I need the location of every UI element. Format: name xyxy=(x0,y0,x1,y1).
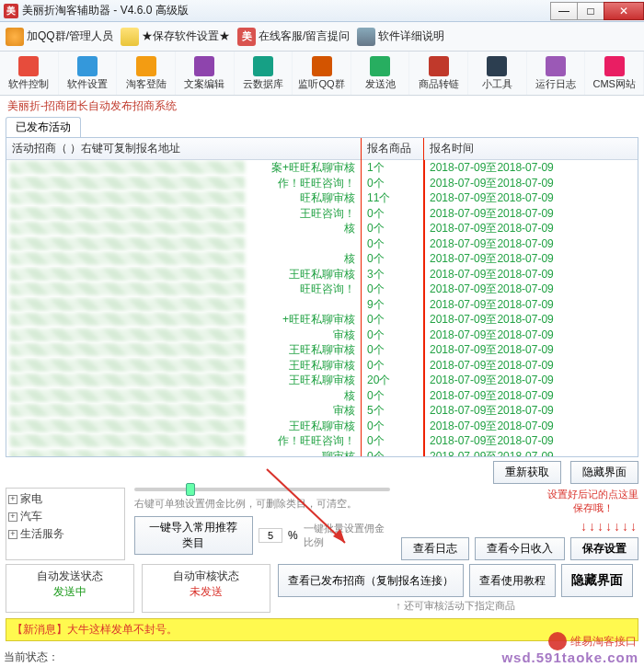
activity-cell[interactable]: +旺旺私聊审核 xyxy=(6,312,361,328)
count-cell: 0个 xyxy=(362,236,423,252)
count-cell: 0个 xyxy=(362,449,423,457)
auto-send-status: 自动发送状态 发送中 xyxy=(6,564,134,613)
tree-item: 生活服务 xyxy=(20,526,64,542)
nav-运行日志[interactable]: 运行日志 xyxy=(527,52,586,95)
nav-label: 云数据库 xyxy=(243,77,283,91)
refresh-button[interactable]: 重新获取 xyxy=(493,461,561,484)
nav-淘客登陆[interactable]: 淘客登陆 xyxy=(117,52,176,95)
nav-label: 发送池 xyxy=(365,77,396,91)
expand-icon[interactable]: + xyxy=(8,495,17,504)
count-cell: 0个 xyxy=(362,221,423,236)
activity-cell[interactable]: 核 xyxy=(6,251,361,267)
view-tutorial-button[interactable]: 查看使用教程 xyxy=(469,564,556,597)
nav-icon xyxy=(194,56,214,76)
import-categories-button[interactable]: 一键导入常用推荐类目 xyxy=(134,516,253,555)
time-cell: 2018-07-09至2018-07-09 xyxy=(424,221,638,236)
time-cell: 2018-07-09至2018-07-09 xyxy=(424,388,638,404)
activity-cell[interactable]: 审核 xyxy=(6,328,361,343)
time-cell: 2018-07-09至2018-07-09 xyxy=(424,297,638,313)
activity-cell[interactable]: 王旺咨询！ xyxy=(6,206,361,222)
nav-软件设置[interactable]: 软件设置 xyxy=(59,52,118,95)
folder-icon xyxy=(121,28,139,46)
nav-小工具[interactable]: 小工具 xyxy=(468,52,527,95)
view-published-button[interactable]: 查看已发布招商（复制报名连接） xyxy=(278,564,464,597)
book-icon xyxy=(357,28,375,46)
count-cell: 0个 xyxy=(362,206,423,222)
activity-cell[interactable]: 作！旺旺咨询！ xyxy=(6,433,361,449)
close-button[interactable]: ✕ xyxy=(604,2,644,20)
count-cell: 0个 xyxy=(362,251,423,267)
support-button[interactable]: 美在线客服/留言提问 xyxy=(237,28,350,46)
minimize-button[interactable]: — xyxy=(550,2,578,20)
count-cell: 20个 xyxy=(362,373,423,388)
count-cell: 0个 xyxy=(362,388,423,404)
mei-icon: 美 xyxy=(237,28,256,46)
time-cell: 2018-07-09至2018-07-09 xyxy=(424,176,638,191)
nav-label: 软件控制 xyxy=(8,77,49,91)
count-cell: 9个 xyxy=(362,297,423,313)
save-settings-button[interactable]: ★保存软件设置★ xyxy=(121,28,230,46)
activity-cell[interactable]: 聊审核 xyxy=(6,449,361,457)
nav-文案编辑[interactable]: 文案编辑 xyxy=(176,52,235,95)
time-cell: 2018-07-09至2018-07-09 xyxy=(424,190,638,206)
time-cell: 2018-07-09至2018-07-09 xyxy=(424,206,638,222)
expand-icon[interactable]: + xyxy=(8,530,17,539)
watermark: wsd.591taoke.com xyxy=(501,650,638,665)
category-tree[interactable]: +家电 +汽车 +生活服务 xyxy=(6,488,125,560)
nav-CMS网站[interactable]: CMS网站 xyxy=(585,52,644,95)
nav-label: 淘客登陆 xyxy=(126,77,167,91)
activity-cell[interactable]: 王旺私聊审核 xyxy=(6,373,361,388)
window-title: 美丽折淘客辅助器 - V4.6.0 高级版 xyxy=(22,3,189,18)
maximize-button[interactable]: □ xyxy=(577,2,604,20)
count-cell: 3个 xyxy=(362,267,423,282)
slider-hint: 右键可单独设置佣金比例，可删除类目，可清空。 xyxy=(134,497,390,511)
nav-商品转链[interactable]: 商品转链 xyxy=(409,52,468,95)
activity-cell[interactable]: 核 xyxy=(6,221,361,236)
save-settings-button-2[interactable]: 保存设置 xyxy=(570,537,638,560)
nav-软件控制[interactable]: 软件控制 xyxy=(0,52,59,95)
col-activity-name: 活动招商（ ）右键可复制报名地址 xyxy=(6,138,361,160)
hide-ui-button[interactable]: 隐藏界面 xyxy=(570,461,638,484)
count-cell: 11个 xyxy=(362,190,423,206)
count-cell: 0个 xyxy=(362,176,423,191)
down-arrows-icon: ↓↓↓↓↓↓↓ xyxy=(581,519,638,534)
hide-ui-button-2[interactable]: 隐藏界面 xyxy=(561,564,633,597)
activity-cell[interactable]: 旺私聊审核 xyxy=(6,190,361,206)
time-cell: 2018-07-09至2018-07-09 xyxy=(424,251,638,267)
auto-review-status: 自动审核状态 未发送 xyxy=(142,564,270,613)
activity-cell[interactable]: 审核 xyxy=(6,403,361,419)
activity-cell[interactable]: 王旺私聊审核 xyxy=(6,267,361,282)
commission-pct-input[interactable] xyxy=(259,528,282,543)
activity-cell[interactable]: 案+旺旺私聊审核 xyxy=(6,160,361,176)
nav-发送池[interactable]: 发送池 xyxy=(351,52,410,95)
tree-item: 家电 xyxy=(20,491,42,507)
activity-cell[interactable]: 王旺私聊审核 xyxy=(6,419,361,434)
activity-cell[interactable]: 王旺私聊审核 xyxy=(6,342,361,358)
time-cell: 2018-07-09至2018-07-09 xyxy=(424,433,638,449)
view-income-button[interactable]: 查看今日收入 xyxy=(475,537,565,560)
save-reminder-text: 设置好后记的点这里 保存哦！ xyxy=(547,488,638,515)
expand-icon[interactable]: + xyxy=(8,512,17,522)
view-log-button[interactable]: 查看日志 xyxy=(401,537,469,560)
activity-cell[interactable]: 核 xyxy=(6,388,361,404)
nav-icon xyxy=(546,56,566,76)
commission-slider[interactable] xyxy=(134,488,390,491)
activity-cell[interactable]: 旺旺咨询！ xyxy=(6,282,361,297)
pct-suffix: % xyxy=(288,529,298,542)
nav-云数据库[interactable]: 云数据库 xyxy=(235,52,293,95)
activity-cell[interactable]: 作！旺旺咨询！ xyxy=(6,176,361,191)
qq-group-button[interactable]: 加QQ群/管理人员 xyxy=(6,28,113,46)
count-cell: 1个 xyxy=(362,160,423,176)
count-cell: 0个 xyxy=(362,419,423,434)
time-cell: 2018-07-09至2018-07-09 xyxy=(424,267,638,282)
toolbar-secondary: 软件控制软件设置淘客登陆文案编辑云数据库监听QQ群发送池商品转链小工具运行日志C… xyxy=(0,52,644,96)
activity-cell[interactable] xyxy=(6,236,361,252)
activity-cell[interactable]: 王旺私聊审核 xyxy=(6,358,361,374)
activity-cell[interactable] xyxy=(6,297,361,313)
nav-label: 文案编辑 xyxy=(184,77,224,91)
nav-监听QQ群[interactable]: 监听QQ群 xyxy=(293,52,351,95)
slider-thumb[interactable] xyxy=(186,483,195,496)
tab-published[interactable]: 已发布活动 xyxy=(6,117,81,137)
manual-button[interactable]: 软件详细说明 xyxy=(357,28,444,46)
time-cell: 2018-07-09至2018-07-09 xyxy=(424,419,638,434)
